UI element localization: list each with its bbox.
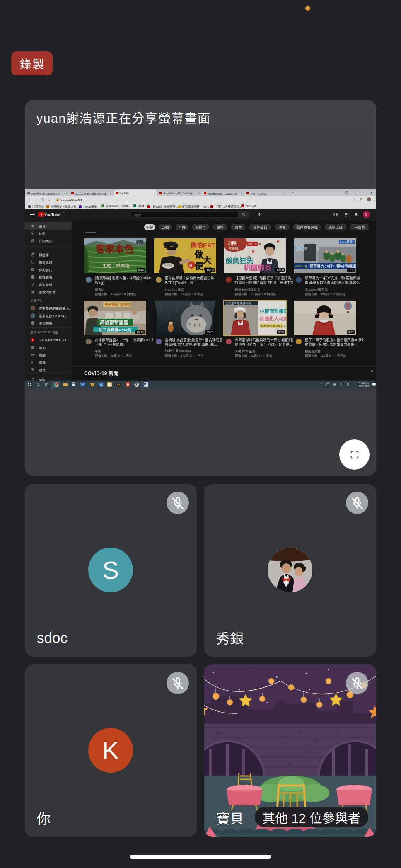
svg-text:公視新聞網: 公視新聞網 [295,247,307,250]
svg-text:主唱：林辰逸: 主唱：林辰逸 [102,263,130,268]
svg-text:大圖輯: 大圖輯 [228,247,238,250]
svg-text:大: 大 [203,256,211,265]
svg-text:元: 元 [138,241,141,244]
svg-text:讚: 讚 [189,263,192,267]
svg-text:小戴面對鏡頭: 小戴面對鏡頭 [259,308,286,314]
svg-text:反應也大可愛!: 反應也大可愛! [260,316,286,321]
svg-text:刁民: 刁民 [227,241,237,246]
svg-text:醉眾尋仇 16打1! 警6小時速逮: 醉眾尋仇 16打1! 警6小時速逮 [310,264,356,268]
svg-text:LIVE直播: LIVE直播 [340,240,352,243]
svg-text:一泊二食套價4200元: 一泊二食套價4200元 [95,327,131,332]
svg-text:戴資穎選手測量日常: 戴資穎選手測量日常 [261,324,286,328]
svg-text:EP.15: EP.15 [248,242,257,246]
svg-text:做: 做 [194,250,203,259]
svg-text:酸民狂洗: 酸民狂洗 [226,257,254,264]
svg-text:台灣大代誌: 台灣大代誌 [295,265,307,268]
svg-text:客家本色: 客家本色 [96,244,134,255]
svg-text:W: W [143,383,146,386]
svg-text:佛伯EAT: 佛伯EAT [190,242,215,249]
svg-text:便: 便 [195,262,203,271]
svg-text:高雄豪華露營: 高雄豪華露營 [100,320,128,325]
svg-text:桃園肺炎: 桃園肺炎 [244,264,272,272]
svg-text:全民星攻略 奧運特輯: 全民星攻略 奧運特輯 [226,302,251,305]
svg-text:明達褐屋~這裡有...: 明達褐屋~這裡有... [105,303,133,307]
